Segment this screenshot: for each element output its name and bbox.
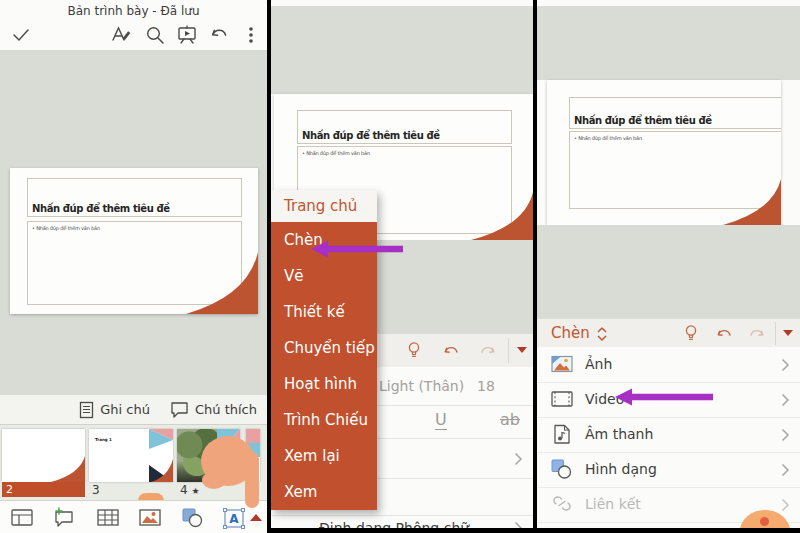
insert-item-audio[interactable]: Âm thanh: [537, 417, 800, 453]
mid-corner-shape: [471, 192, 533, 240]
redo-icon[interactable]: [478, 342, 498, 359]
audio-icon: [551, 424, 573, 445]
annotation-arrow-video: [615, 388, 713, 406]
undo-icon[interactable]: [714, 325, 734, 342]
slide-layout-icon[interactable]: [10, 507, 34, 528]
screenshot-root: Bản trình bày - Đã lưu: [0, 0, 800, 533]
present-icon[interactable]: [176, 24, 198, 46]
lightbulb-icon[interactable]: [405, 340, 423, 360]
app-bar: Bản trình bày - Đã lưu: [0, 0, 267, 51]
mid-title-text: Nhấn đúp để thêm tiêu đề: [302, 130, 440, 141]
slide-corner-shape: [186, 252, 258, 314]
comments-button[interactable]: Chú thích: [170, 401, 257, 418]
body-placeholder-text: Nhấn đúp để thêm văn bản: [32, 225, 100, 231]
tab-design[interactable]: Thiết kế: [271, 294, 377, 330]
ribbon-collapse-icon[interactable]: [783, 330, 793, 336]
chevron-right-icon: [781, 393, 790, 407]
undo-icon[interactable]: [441, 342, 461, 359]
right-body-text: Nhấn đúp để thêm văn bản: [574, 135, 642, 141]
chevron-right-icon: [514, 452, 523, 466]
mid-body-text: Nhấn đúp để thêm văn bản: [302, 150, 370, 156]
insert-item-picture[interactable]: Ảnh: [537, 347, 800, 383]
tab-animations[interactable]: Hoạt hình: [271, 366, 377, 402]
thumbnail-2-selected-bar: 2: [2, 482, 85, 497]
right-canvas-bottom: [537, 225, 800, 318]
thumbnail-4-number: 4 ★: [180, 483, 200, 497]
textbox-icon[interactable]: A: [222, 507, 246, 530]
comment-icon: [170, 401, 189, 418]
thumb2-corner-shape: [51, 456, 85, 482]
right-slide: Nhấn đúp để thêm tiêu đề Nhấn đúp để thê…: [547, 80, 781, 225]
table-icon[interactable]: [96, 507, 120, 528]
redo-icon[interactable]: [747, 325, 767, 342]
shapes-icon[interactable]: [181, 507, 205, 529]
thumbnail-slide-3[interactable]: Trang 1: [89, 429, 173, 482]
thumbnail-3-pattern: [149, 429, 173, 482]
tab-transitions[interactable]: Chuyển tiếp: [271, 330, 377, 366]
annotation-arrow-insert: [311, 240, 403, 258]
picture-icon: [551, 354, 573, 374]
tab-home[interactable]: Trang chủ: [271, 190, 377, 222]
notes-icon: [79, 401, 94, 419]
panel-editor: Bản trình bày - Đã lưu: [0, 0, 267, 533]
panel-tab-menu: Nhấn đúp để thêm tiêu đề Nhấn đúp để thê…: [271, 0, 533, 528]
touch-indicator-dot: [760, 517, 769, 526]
insert-menu-list: Ảnh Video: [537, 347, 800, 528]
chevron-right-icon: [781, 358, 790, 372]
chevron-right-icon: [781, 428, 790, 442]
check-icon[interactable]: [10, 24, 32, 46]
undo-icon[interactable]: [208, 24, 230, 44]
font-format-row[interactable]: Định dạng Phông chữ: [271, 515, 533, 528]
notes-label: Ghi chú: [100, 402, 150, 417]
video-icon: [551, 389, 573, 409]
right-corner-shape: [723, 179, 781, 225]
slide-canvas[interactable]: Nhấn đúp để thêm tiêu đề Nhấn đúp để thê…: [0, 51, 267, 395]
title-placeholder-box[interactable]: Nhấn đúp để thêm tiêu đề: [27, 178, 242, 217]
panel-insert-menu: Nhấn đúp để thêm tiêu đề Nhấn đúp để thê…: [537, 0, 800, 528]
thumbnail-3-number: 3: [92, 483, 100, 497]
mid-canvas-top: [271, 6, 533, 94]
thumbnail-2-number: 2: [2, 482, 85, 497]
ribbon-tab-dropdown: Trang chủ Chèn Vẽ Thiết kế Chuyển tiếp H…: [271, 190, 377, 510]
new-comment-icon[interactable]: [52, 507, 76, 529]
thumbnail-3-title: Trang 1: [95, 437, 112, 442]
tab-view[interactable]: Xem: [271, 474, 377, 510]
font-format-label: Định dạng Phông chữ: [319, 515, 469, 528]
tab-selector-chevrons-icon[interactable]: [595, 326, 609, 342]
underline-button[interactable]: U: [435, 410, 447, 430]
lightbulb-icon[interactable]: [682, 323, 700, 343]
ribbon-collapse-icon[interactable]: [517, 347, 527, 353]
comments-label: Chú thích: [195, 402, 257, 417]
more-icon[interactable]: [244, 24, 258, 46]
tab-draw[interactable]: Vẽ: [271, 258, 377, 294]
right-title-box: Nhấn đúp để thêm tiêu đề: [569, 97, 781, 129]
svg-text:A: A: [229, 512, 239, 526]
chevron-right-icon: [781, 498, 790, 512]
hand-cursor: [200, 432, 267, 510]
strikethrough-button[interactable]: ab: [500, 410, 520, 429]
ink-pen-icon[interactable]: [110, 24, 132, 44]
thumbnail-slide-2[interactable]: [2, 429, 85, 482]
mid-title-box: Nhấn đúp để thêm tiêu đề: [297, 110, 512, 144]
animation-star-badge: ★: [191, 486, 199, 496]
active-tab-label[interactable]: Chèn: [551, 319, 590, 348]
search-icon[interactable]: [144, 24, 166, 46]
shape-icon: [551, 459, 573, 480]
insert-ribbon-bar: Chèn: [537, 318, 800, 349]
notes-button[interactable]: Ghi chú: [79, 401, 150, 419]
font-size-value: 18: [477, 367, 495, 405]
right-title-text: Nhấn đúp để thêm tiêu đề: [574, 115, 712, 126]
notes-comments-bar: Ghi chú Chú thích: [0, 395, 267, 424]
image-icon[interactable]: [138, 507, 162, 528]
link-icon: [551, 494, 573, 513]
tab-review[interactable]: Xem lại: [271, 438, 377, 474]
insert-item-shapes[interactable]: Hình dạng: [537, 452, 800, 488]
right-canvas-top: [537, 6, 800, 80]
expand-ribbon-arrow-icon[interactable]: [250, 514, 262, 521]
document-title: Bản trình bày - Đã lưu: [0, 0, 267, 18]
chevron-right-icon: [781, 463, 790, 477]
title-placeholder-text: Nhấn đúp để thêm tiêu đề: [32, 203, 170, 214]
tab-slideshow[interactable]: Trình Chiếu: [271, 402, 377, 438]
font-name-value: Light (Thân): [379, 367, 464, 405]
slide-editor[interactable]: Nhấn đúp để thêm tiêu đề Nhấn đúp để thê…: [10, 168, 258, 314]
